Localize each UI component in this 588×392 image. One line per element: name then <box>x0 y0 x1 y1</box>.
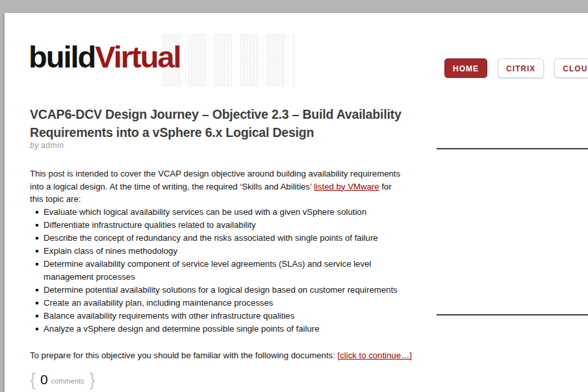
outro-text: To prepare for this objective you should… <box>30 350 338 360</box>
post-byline: byadmin <box>30 141 64 150</box>
nav-item-citrix[interactable]: CITRIX <box>498 58 544 78</box>
header-watermark <box>162 34 296 87</box>
click-to-continue-link[interactable]: [click to continue…] <box>338 350 412 360</box>
skills-list-item: Differentiate infrastructure qualities r… <box>30 219 405 232</box>
skills-list-item: Analyze a vSphere design and determine p… <box>30 323 405 336</box>
skills-list-item: Balance availability requirements with o… <box>30 310 405 323</box>
comments-label: comments <box>51 377 84 385</box>
sidebar-divider-bottom <box>437 314 588 315</box>
nav-item-home[interactable]: HOME <box>444 58 487 78</box>
listed-by-vmware-link[interactable]: listed by VMware <box>314 182 379 191</box>
post-author: admin <box>41 141 64 150</box>
site-logo-text-build: build <box>29 40 95 74</box>
main-navigation: HOME CITRIX CLOUD <box>444 58 588 78</box>
browser-viewport: buildVirtual HOME CITRIX CLOUD VCAP6-DCV… <box>0 0 588 392</box>
comments-count: 0 <box>40 372 48 387</box>
skills-list-item: Determine potential availability solutio… <box>30 284 405 297</box>
nav-item-cloud[interactable]: CLOUD <box>554 58 588 78</box>
comments-open-brace: { <box>30 370 36 389</box>
skills-list-item: Describe the concept of redundancy and t… <box>30 232 405 245</box>
comments-badge[interactable]: { 0 comments } <box>30 370 96 389</box>
skills-list-item: Create an availability plan, including m… <box>30 297 405 310</box>
byline-prefix: by <box>30 141 39 150</box>
comments-close-brace: } <box>89 370 95 389</box>
skills-list-item: Explain class of nines methodology <box>30 245 405 258</box>
sidebar-divider-top <box>437 148 588 149</box>
post-title: VCAP6-DCV Design Journey – Objective 2.3… <box>30 105 415 141</box>
skills-list-item: Evaluate which logical availability serv… <box>30 206 405 219</box>
post-outro-paragraph: To prepare for this objective you should… <box>30 349 420 362</box>
skills-list-item: Determine availability component of serv… <box>30 258 405 284</box>
skills-list: Evaluate which logical availability serv… <box>30 206 405 336</box>
site-logo[interactable]: buildVirtual <box>29 38 181 77</box>
page-canvas: buildVirtual HOME CITRIX CLOUD VCAP6-DCV… <box>3 13 588 392</box>
post-intro-paragraph: This post is intended to cover the VCAP … <box>30 167 405 206</box>
